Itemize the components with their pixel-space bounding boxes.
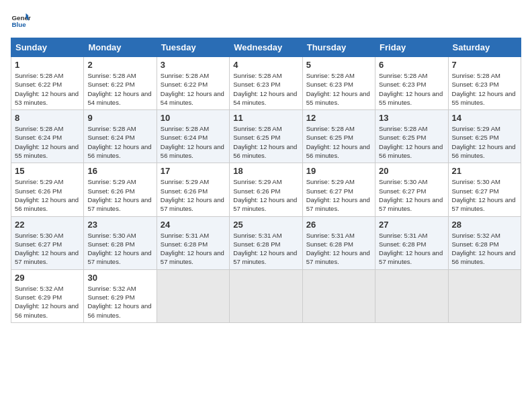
calendar-cell: 3Sunrise: 5:28 AMSunset: 6:22 PMDaylight… [157, 57, 229, 110]
day-info: Sunrise: 5:29 AMSunset: 6:27 PMDaylight:… [306, 177, 371, 213]
day-number: 24 [161, 220, 226, 230]
day-info: Sunrise: 5:28 AMSunset: 6:25 PMDaylight:… [379, 124, 444, 160]
day-info: Sunrise: 5:28 AMSunset: 6:25 PMDaylight:… [306, 124, 371, 160]
day-number: 14 [452, 113, 517, 123]
calendar-cell: 27Sunrise: 5:31 AMSunset: 6:28 PMDayligh… [375, 216, 448, 269]
day-number: 17 [161, 166, 226, 176]
day-number: 18 [233, 166, 298, 176]
day-number: 25 [233, 220, 298, 230]
calendar-cell: 16Sunrise: 5:29 AMSunset: 6:26 PMDayligh… [84, 163, 157, 216]
day-number: 11 [233, 113, 298, 123]
calendar-cell: 20Sunrise: 5:30 AMSunset: 6:27 PMDayligh… [375, 163, 448, 216]
calendar-cell: 22Sunrise: 5:30 AMSunset: 6:27 PMDayligh… [11, 216, 84, 269]
day-number: 9 [87, 113, 152, 123]
calendar-cell: 12Sunrise: 5:28 AMSunset: 6:25 PMDayligh… [302, 110, 375, 163]
calendar-cell [302, 269, 375, 322]
weekday-header: Saturday [448, 38, 521, 57]
day-number: 13 [379, 113, 444, 123]
day-info: Sunrise: 5:30 AMSunset: 6:27 PMDaylight:… [452, 177, 517, 213]
calendar-cell: 8Sunrise: 5:28 AMSunset: 6:24 PMDaylight… [11, 110, 84, 163]
calendar-cell [448, 269, 521, 322]
calendar-cell: 2Sunrise: 5:28 AMSunset: 6:22 PMDaylight… [84, 57, 157, 110]
day-number: 20 [379, 166, 444, 176]
day-info: Sunrise: 5:29 AMSunset: 6:25 PMDaylight:… [452, 124, 517, 160]
logo-icon: General Blue [11, 11, 31, 31]
calendar-cell: 13Sunrise: 5:28 AMSunset: 6:25 PMDayligh… [375, 110, 448, 163]
calendar-cell: 5Sunrise: 5:28 AMSunset: 6:23 PMDaylight… [302, 57, 375, 110]
day-number: 4 [233, 60, 298, 70]
day-number: 2 [87, 60, 152, 70]
calendar-cell: 28Sunrise: 5:32 AMSunset: 6:28 PMDayligh… [448, 216, 521, 269]
calendar-cell [375, 269, 448, 322]
day-number: 5 [306, 60, 371, 70]
calendar-cell: 15Sunrise: 5:29 AMSunset: 6:26 PMDayligh… [11, 163, 84, 216]
day-info: Sunrise: 5:30 AMSunset: 6:27 PMDaylight:… [379, 177, 444, 213]
calendar-cell: 23Sunrise: 5:30 AMSunset: 6:28 PMDayligh… [84, 216, 157, 269]
day-number: 21 [452, 166, 517, 176]
calendar-cell: 11Sunrise: 5:28 AMSunset: 6:25 PMDayligh… [230, 110, 302, 163]
calendar-cell: 4Sunrise: 5:28 AMSunset: 6:23 PMDaylight… [230, 57, 302, 110]
day-info: Sunrise: 5:31 AMSunset: 6:28 PMDaylight:… [379, 231, 444, 267]
day-info: Sunrise: 5:30 AMSunset: 6:28 PMDaylight:… [87, 231, 152, 267]
day-info: Sunrise: 5:28 AMSunset: 6:23 PMDaylight:… [306, 71, 371, 107]
logo: General Blue [11, 11, 31, 31]
day-number: 7 [452, 60, 517, 70]
day-info: Sunrise: 5:28 AMSunset: 6:24 PMDaylight:… [161, 124, 226, 160]
day-number: 30 [87, 273, 152, 283]
day-info: Sunrise: 5:29 AMSunset: 6:26 PMDaylight:… [15, 177, 80, 213]
calendar-cell: 29Sunrise: 5:32 AMSunset: 6:29 PMDayligh… [11, 269, 84, 322]
calendar-cell [230, 269, 302, 322]
weekday-header: Thursday [302, 38, 375, 57]
day-number: 26 [306, 220, 371, 230]
calendar-table: SundayMondayTuesdayWednesdayThursdayFrid… [11, 38, 521, 323]
calendar-cell [157, 269, 229, 322]
calendar-cell: 1Sunrise: 5:28 AMSunset: 6:22 PMDaylight… [11, 57, 84, 110]
day-number: 19 [306, 166, 371, 176]
day-number: 27 [379, 220, 444, 230]
calendar-cell: 14Sunrise: 5:29 AMSunset: 6:25 PMDayligh… [448, 110, 521, 163]
day-info: Sunrise: 5:28 AMSunset: 6:23 PMDaylight:… [233, 71, 298, 107]
day-info: Sunrise: 5:28 AMSunset: 6:24 PMDaylight:… [87, 124, 152, 160]
calendar-cell: 7Sunrise: 5:28 AMSunset: 6:23 PMDaylight… [448, 57, 521, 110]
weekday-header: Friday [375, 38, 448, 57]
weekday-header-row: SundayMondayTuesdayWednesdayThursdayFrid… [11, 38, 521, 57]
calendar-cell: 9Sunrise: 5:28 AMSunset: 6:24 PMDaylight… [84, 110, 157, 163]
day-number: 6 [379, 60, 444, 70]
calendar-cell: 18Sunrise: 5:29 AMSunset: 6:26 PMDayligh… [230, 163, 302, 216]
day-info: Sunrise: 5:31 AMSunset: 6:28 PMDaylight:… [161, 231, 226, 267]
calendar-cell: 19Sunrise: 5:29 AMSunset: 6:27 PMDayligh… [302, 163, 375, 216]
day-number: 1 [15, 60, 80, 70]
day-info: Sunrise: 5:29 AMSunset: 6:26 PMDaylight:… [87, 177, 152, 213]
calendar-cell: 17Sunrise: 5:29 AMSunset: 6:26 PMDayligh… [157, 163, 229, 216]
day-info: Sunrise: 5:28 AMSunset: 6:24 PMDaylight:… [15, 124, 80, 160]
page-header: General Blue [11, 11, 521, 31]
day-info: Sunrise: 5:28 AMSunset: 6:23 PMDaylight:… [452, 71, 517, 107]
calendar-cell: 25Sunrise: 5:31 AMSunset: 6:28 PMDayligh… [230, 216, 302, 269]
weekday-header: Monday [84, 38, 157, 57]
day-number: 3 [161, 60, 226, 70]
weekday-header: Tuesday [157, 38, 229, 57]
calendar-cell: 24Sunrise: 5:31 AMSunset: 6:28 PMDayligh… [157, 216, 229, 269]
calendar-cell: 10Sunrise: 5:28 AMSunset: 6:24 PMDayligh… [157, 110, 229, 163]
day-info: Sunrise: 5:29 AMSunset: 6:26 PMDaylight:… [233, 177, 298, 213]
day-number: 23 [87, 220, 152, 230]
weekday-header: Wednesday [230, 38, 302, 57]
day-number: 8 [15, 113, 80, 123]
calendar-cell: 21Sunrise: 5:30 AMSunset: 6:27 PMDayligh… [448, 163, 521, 216]
day-info: Sunrise: 5:32 AMSunset: 6:29 PMDaylight:… [15, 284, 80, 320]
day-info: Sunrise: 5:28 AMSunset: 6:22 PMDaylight:… [87, 71, 152, 107]
day-number: 15 [15, 166, 80, 176]
day-number: 10 [161, 113, 226, 123]
day-info: Sunrise: 5:28 AMSunset: 6:23 PMDaylight:… [379, 71, 444, 107]
day-number: 12 [306, 113, 371, 123]
day-number: 16 [87, 166, 152, 176]
calendar-cell: 26Sunrise: 5:31 AMSunset: 6:28 PMDayligh… [302, 216, 375, 269]
day-info: Sunrise: 5:32 AMSunset: 6:28 PMDaylight:… [452, 231, 517, 267]
day-number: 29 [15, 273, 80, 283]
calendar-cell: 30Sunrise: 5:32 AMSunset: 6:29 PMDayligh… [84, 269, 157, 322]
day-number: 22 [15, 220, 80, 230]
day-info: Sunrise: 5:32 AMSunset: 6:29 PMDaylight:… [87, 284, 152, 320]
day-info: Sunrise: 5:31 AMSunset: 6:28 PMDaylight:… [306, 231, 371, 267]
day-info: Sunrise: 5:31 AMSunset: 6:28 PMDaylight:… [233, 231, 298, 267]
svg-text:Blue: Blue [12, 21, 27, 28]
